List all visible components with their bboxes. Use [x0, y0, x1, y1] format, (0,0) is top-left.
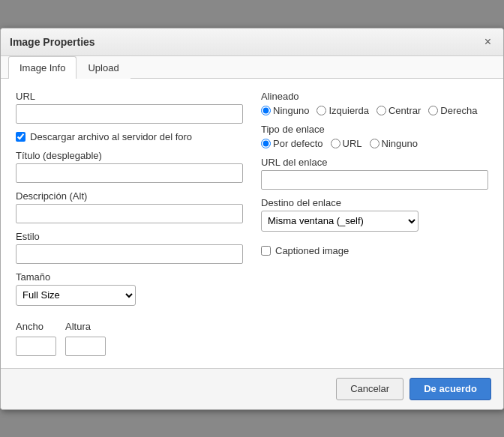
captioned-row: Captioned image — [261, 245, 488, 256]
tipo-enlace-group: Tipo de enlace Por defecto URL Ningun — [261, 124, 488, 149]
radio-derecha[interactable]: Derecha — [428, 105, 477, 116]
altura-group: Altura — [65, 321, 106, 356]
destino-label: Destino del enlace — [261, 197, 488, 208]
radio-izquierda[interactable]: Izquierda — [316, 105, 368, 116]
image-properties-dialog: Image Properties × Image Info Upload URL — [0, 28, 504, 410]
radio-ninguno-enlace-input[interactable] — [370, 139, 380, 148]
right-column: Alineado Ninguno Izquierda Centrar — [261, 91, 488, 356]
download-checkbox-row: Descargar archivo al servidor del foro — [16, 131, 243, 142]
size-field-group: Tamaño Full Size — [16, 271, 243, 306]
size-select[interactable]: Full Size — [16, 285, 136, 306]
altura-label: Altura — [65, 321, 106, 332]
alineado-radio-row: Ninguno Izquierda Centrar Derecha — [261, 105, 488, 116]
tab-image-info[interactable]: Image Info — [8, 56, 76, 79]
download-checkbox[interactable] — [16, 132, 26, 142]
radio-por-defecto-input[interactable] — [261, 139, 271, 148]
radio-izquierda-input[interactable] — [316, 106, 326, 115]
size-label: Tamaño — [16, 271, 243, 283]
form-layout: URL Descargar archivo al servidor del fo… — [16, 91, 488, 356]
ancho-input[interactable] — [16, 337, 56, 356]
url-input[interactable] — [16, 104, 243, 124]
alineado-label: Alineado — [261, 91, 488, 102]
ancho-label: Ancho — [16, 321, 56, 332]
radio-url-enlace[interactable]: URL — [331, 138, 362, 149]
description-label: Descripción (Alt) — [16, 190, 243, 202]
captioned-label: Captioned image — [275, 245, 349, 256]
title-field-group: Título (desplegable) — [16, 150, 243, 183]
ok-button[interactable]: De acuerdo — [410, 378, 491, 400]
dialog-footer: Cancelar De acuerdo — [1, 368, 503, 409]
style-input[interactable] — [16, 244, 243, 264]
dialog-title: Image Properties — [10, 36, 95, 48]
radio-url-enlace-input[interactable] — [331, 139, 340, 148]
radio-centrar[interactable]: Centrar — [376, 105, 421, 116]
alineado-group: Alineado Ninguno Izquierda Centrar — [261, 91, 488, 116]
wh-row: Ancho Altura — [16, 321, 243, 356]
close-button[interactable]: × — [482, 34, 494, 49]
radio-derecha-input[interactable] — [428, 106, 438, 115]
tab-upload[interactable]: Upload — [76, 56, 130, 79]
url-enlace-input[interactable] — [261, 170, 488, 190]
tipo-enlace-label: Tipo de enlace — [261, 124, 488, 135]
destino-select[interactable]: Misma ventana (_self) — [261, 211, 418, 232]
url-field-group: URL — [16, 91, 243, 124]
style-label: Estilo — [16, 231, 243, 242]
description-input[interactable] — [16, 204, 243, 223]
cancel-button[interactable]: Cancelar — [336, 378, 404, 400]
description-field-group: Descripción (Alt) — [16, 190, 243, 223]
radio-ninguno-enlace[interactable]: Ninguno — [370, 138, 418, 149]
radio-por-defecto[interactable]: Por defecto — [261, 138, 323, 149]
altura-input[interactable] — [65, 337, 106, 356]
url-enlace-label: URL del enlace — [261, 157, 488, 168]
style-field-group: Estilo — [16, 231, 243, 264]
url-label: URL — [16, 91, 243, 102]
tipo-enlace-radio-row: Por defecto URL Ninguno — [261, 138, 488, 149]
title-input[interactable] — [16, 163, 243, 183]
size-select-row: Full Size — [16, 285, 243, 306]
tab-bar: Image Info Upload — [1, 56, 503, 79]
title-label: Título (desplegable) — [16, 150, 243, 161]
captioned-checkbox[interactable] — [261, 246, 271, 256]
radio-ninguno[interactable]: Ninguno — [261, 105, 309, 116]
download-checkbox-label: Descargar archivo al servidor del foro — [30, 131, 192, 142]
destino-field-group: Destino del enlace Misma ventana (_self) — [261, 197, 488, 232]
radio-ninguno-input[interactable] — [261, 106, 271, 115]
url-enlace-field-group: URL del enlace — [261, 157, 488, 190]
radio-centrar-input[interactable] — [376, 106, 386, 115]
dialog-titlebar: Image Properties × — [1, 28, 503, 56]
dialog-body: URL Descargar archivo al servidor del fo… — [1, 79, 503, 368]
ancho-group: Ancho — [16, 321, 56, 356]
left-column: URL Descargar archivo al servidor del fo… — [16, 91, 243, 356]
